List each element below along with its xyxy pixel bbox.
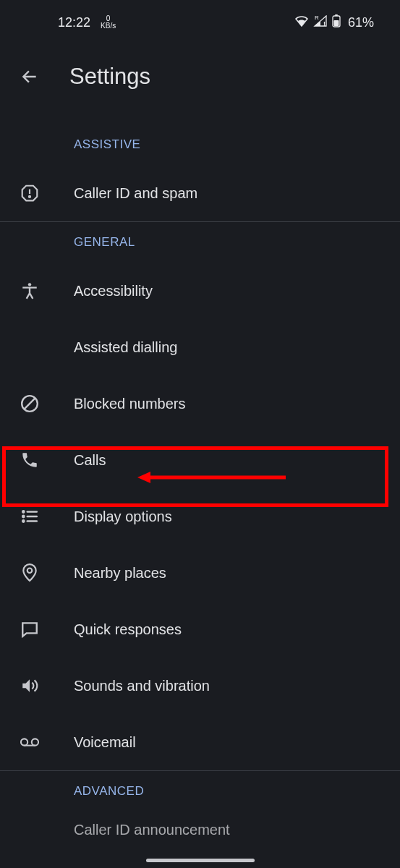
no-icon: [20, 820, 39, 835]
back-button[interactable]: [20, 67, 39, 86]
settings-item-voicemail[interactable]: Voicemail: [0, 714, 400, 770]
svg-point-17: [27, 569, 33, 574]
page-title: Settings: [69, 64, 150, 90]
settings-item-quick-responses[interactable]: Quick responses: [0, 601, 400, 658]
voicemail-icon: [20, 733, 39, 752]
no-icon: [20, 338, 39, 357]
settings-item-display-options[interactable]: Display options: [0, 488, 400, 545]
location-icon: [20, 563, 39, 582]
status-time: 12:22: [58, 15, 90, 30]
settings-item-assisted-dialling[interactable]: Assisted dialling: [0, 319, 400, 375]
settings-item-label: Voicemail: [74, 734, 136, 751]
settings-item-label: Nearby places: [74, 565, 166, 582]
status-right: R ! 61%: [294, 14, 374, 30]
list-icon: [20, 507, 39, 526]
section-header-general: GENERAL: [0, 222, 400, 263]
svg-point-13: [22, 520, 24, 522]
settings-item-label: Caller ID and spam: [74, 185, 197, 202]
battery-percent: 61%: [348, 15, 374, 30]
settings-item-label: Quick responses: [74, 621, 182, 638]
svg-point-12: [22, 516, 24, 517]
home-indicator[interactable]: [146, 859, 255, 862]
svg-rect-4: [333, 20, 339, 26]
settings-item-nearby-places[interactable]: Nearby places: [0, 545, 400, 601]
status-left: 12:22 0 KB/s: [58, 15, 116, 30]
chat-icon: [20, 620, 39, 639]
sound-icon: [20, 676, 39, 695]
section-header-assistive: ASSISTIVE: [0, 124, 400, 165]
status-network-speed: 0 KB/s: [101, 15, 116, 30]
settings-item-label: Sounds and vibration: [74, 678, 210, 694]
wifi-icon: [294, 15, 309, 30]
svg-point-19: [32, 739, 38, 745]
app-bar: Settings: [0, 42, 400, 124]
svg-point-7: [29, 196, 30, 197]
settings-item-accessibility[interactable]: Accessibility: [0, 263, 400, 319]
settings-item-label: Assisted dialling: [74, 339, 177, 356]
battery-icon: [332, 14, 341, 30]
settings-item-sounds-vibration[interactable]: Sounds and vibration: [0, 658, 400, 714]
status-bar: 12:22 0 KB/s R !: [0, 0, 400, 42]
svg-text:!: !: [323, 20, 325, 27]
phone-icon: [20, 451, 39, 469]
settings-item-caller-id-announcement[interactable]: Caller ID announcement: [0, 812, 400, 835]
settings-item-caller-id-spam[interactable]: Caller ID and spam: [0, 165, 400, 221]
signal-icon: R !: [313, 15, 328, 30]
svg-line-10: [24, 398, 35, 409]
svg-point-8: [28, 283, 31, 286]
settings-item-label: Display options: [74, 509, 172, 525]
accessibility-icon: [20, 281, 39, 300]
svg-point-18: [21, 739, 27, 745]
svg-point-11: [22, 511, 24, 512]
settings-item-label: Calls: [74, 452, 106, 469]
spam-icon: [20, 184, 39, 203]
svg-rect-3: [335, 14, 338, 16]
block-icon: [20, 394, 39, 413]
settings-item-label: Caller ID announcement: [74, 822, 230, 835]
settings-item-label: Accessibility: [74, 283, 153, 299]
settings-item-label: Blocked numbers: [74, 396, 186, 412]
settings-item-blocked-numbers[interactable]: Blocked numbers: [0, 375, 400, 432]
svg-text:R: R: [315, 15, 319, 21]
section-header-advanced: ADVANCED: [0, 771, 400, 812]
settings-item-calls[interactable]: Calls: [0, 432, 400, 488]
